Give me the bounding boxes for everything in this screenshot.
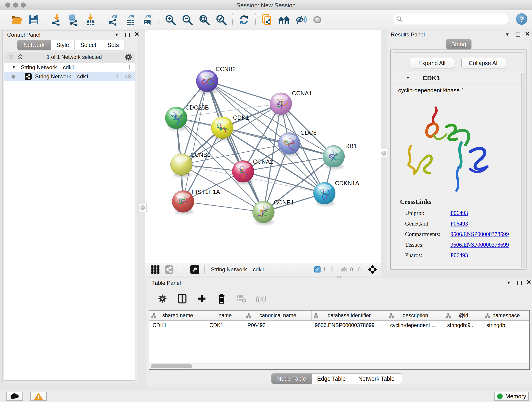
table-cell[interactable]: stringdb:9... (444, 321, 483, 330)
column-header--id[interactable]: @id (444, 311, 483, 320)
expand-all-icon[interactable] (17, 54, 24, 61)
collapse-all-button[interactable]: Collapse All (462, 58, 506, 68)
refresh-layout-icon[interactable] (237, 13, 251, 26)
create-column-plus-icon[interactable] (195, 292, 209, 305)
column-header-shared-name[interactable]: shared name (149, 311, 206, 320)
crosslink-row: Pharos:P06493 (393, 250, 524, 261)
show-results-eye-icon[interactable] (311, 13, 324, 26)
network-badge-gray-icon[interactable] (165, 265, 174, 274)
table-settings-gear-icon[interactable] (156, 292, 169, 305)
control-panel-float-icon[interactable] (125, 32, 130, 38)
column-header-namespace[interactable]: namespace (483, 311, 529, 320)
network-edge[interactable] (207, 81, 281, 104)
selected-counts: 1 - 0 (323, 267, 334, 273)
network-edge[interactable] (243, 172, 324, 193)
table-panel-menu-icon[interactable]: ▾ (507, 280, 510, 285)
import-network-from-file-icon[interactable] (50, 13, 63, 26)
search-input[interactable] (403, 16, 503, 22)
results-panel-close-icon[interactable]: ✕ (525, 31, 530, 37)
scrollbar-thumb[interactable] (151, 364, 192, 368)
delete-column-trash-icon[interactable] (215, 292, 228, 305)
zoom-fit-icon[interactable] (197, 13, 211, 26)
table-cell[interactable]: CDK1 (206, 321, 244, 330)
help-icon[interactable]: ? (516, 13, 527, 25)
import-table-from-file-icon[interactable] (84, 13, 97, 26)
network-row-selected[interactable]: String Network – cdk1 11 48 (4, 72, 135, 81)
node-label: CDC6 (300, 129, 317, 136)
control-panel-menu-icon[interactable]: ▾ (115, 32, 118, 37)
export-network-icon[interactable] (107, 13, 120, 26)
network-graph[interactable]: CCNB2CCNA1CDC25BCDK1CDC6RB1CCNB1CCNA2CDK… (145, 30, 381, 262)
expand-all-button[interactable]: Expand All (410, 58, 454, 68)
column-header-label: database identifier (328, 313, 371, 319)
delete-table-icon[interactable] (234, 292, 248, 305)
column-header-database-identifier[interactable]: database identifier (312, 311, 387, 320)
table-cell[interactable]: cyclin-dependent ... (387, 321, 444, 330)
network-edge[interactable] (183, 201, 264, 212)
column-header-label: namespace (493, 313, 520, 319)
zoom-out-icon[interactable] (181, 13, 194, 26)
tab-sets[interactable]: Sets (102, 40, 124, 50)
table-cell[interactable]: 9606.ENSP00000378699 (312, 321, 387, 330)
global-search-box[interactable] (394, 14, 508, 24)
column-header-name[interactable]: name (206, 311, 244, 320)
tab-node-table[interactable]: Node Table (272, 374, 312, 384)
crosslink-link[interactable]: P06493 (450, 220, 468, 227)
tab-string[interactable]: String (446, 39, 471, 49)
save-session-icon[interactable] (27, 13, 40, 26)
fit-content-crosshair-icon[interactable] (367, 264, 378, 274)
import-network-from-database-icon[interactable] (67, 13, 80, 26)
selected-indicator-checkbox[interactable]: ✓ (314, 266, 321, 273)
left-splitter-handle[interactable] (138, 204, 147, 212)
results-panel-menu-icon[interactable]: ▾ (506, 32, 509, 37)
zoom-selected-icon[interactable] (215, 13, 228, 26)
table-cell[interactable]: P06493 (244, 321, 312, 330)
string-home-icon[interactable] (277, 13, 291, 26)
cloud-button[interactable] (6, 392, 23, 401)
share-document-icon[interactable] (260, 13, 273, 26)
function-builder-icon[interactable]: f(x) (254, 292, 268, 305)
crosslink-link[interactable]: 9606.ENSP00000378699 (450, 242, 509, 248)
show-column-icon[interactable] (176, 292, 189, 305)
table-cell[interactable]: CDK1 (149, 321, 206, 330)
warnings-button[interactable] (30, 392, 47, 401)
export-image-icon[interactable] (141, 13, 154, 26)
table-panel-float-icon[interactable] (517, 281, 522, 286)
table-panel-close-icon[interactable]: ✕ (526, 279, 531, 285)
control-panel-tabs: Network Style Select Sets (17, 40, 124, 50)
network-collection-row[interactable]: ▼ String Network – cdk1 1 (4, 63, 135, 72)
control-panel-close-icon[interactable]: ✕ (134, 32, 139, 37)
table-horizontal-scrollbar[interactable] (149, 363, 529, 369)
node-label: RB1 (345, 143, 357, 149)
crosslink-label: GeneCard: (405, 220, 430, 227)
open-session-icon[interactable] (10, 13, 23, 26)
open-in-window-icon[interactable] (190, 264, 200, 274)
crosslink-link[interactable]: P06493 (450, 210, 468, 216)
network-edge[interactable] (183, 81, 207, 201)
protein-expander-icon[interactable]: ▼ (406, 76, 410, 80)
table-cell[interactable]: stringdb (483, 321, 529, 330)
results-panel-float-icon[interactable] (516, 32, 520, 38)
tab-select[interactable]: Select (75, 40, 102, 50)
hide-results-eye-slash-icon[interactable] (294, 13, 307, 26)
network-options-gear-icon[interactable] (124, 53, 132, 61)
crosslink-link[interactable]: P06493 (450, 252, 468, 259)
results-scrollbar[interactable] (521, 73, 524, 268)
column-header-canonical-name[interactable]: canonical name (244, 311, 312, 320)
collection-expander-icon[interactable]: ▼ (12, 65, 16, 70)
network-canvas[interactable]: CCNB2CCNA1CDC25BCDK1CDC6RB1CCNB1CCNA2CDK… (145, 30, 381, 263)
table-row[interactable]: CDK1CDK1P064939606.ENSP00000378699cyclin… (149, 321, 529, 330)
column-header-description[interactable]: description (387, 311, 444, 320)
export-table-icon[interactable] (124, 13, 137, 26)
tab-network-table[interactable]: Network Table (351, 374, 402, 384)
collapse-all-icon[interactable] (7, 54, 15, 61)
tab-edge-table[interactable]: Edge Table (312, 374, 351, 384)
column-header-label: description (403, 313, 428, 319)
tab-network[interactable]: Network (17, 40, 51, 50)
tab-style[interactable]: Style (51, 40, 75, 50)
memory-button[interactable]: Memory (494, 392, 529, 401)
crosslink-link[interactable]: 9606.ENSP00000378699 (450, 231, 509, 237)
zoom-in-icon[interactable] (164, 13, 177, 26)
grid-view-icon[interactable] (151, 265, 160, 274)
protein-card-header[interactable]: ▼ CDK1 (393, 73, 524, 83)
